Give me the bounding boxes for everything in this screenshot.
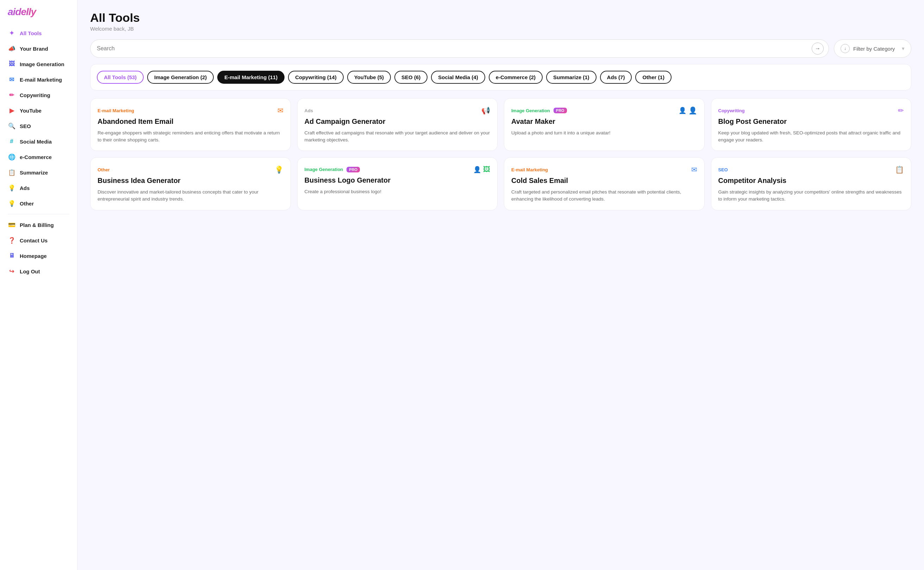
sidebar-label-other: Other: [20, 201, 34, 207]
sidebar-item-homepage[interactable]: 🖥 Homepage: [0, 248, 77, 264]
sidebar-item-youtube[interactable]: ▶ YouTube: [0, 103, 77, 118]
card-desc-ad-campaign-generator: Craft effective ad campaigns that resona…: [304, 129, 490, 144]
card-header: Image Generation PRO 👤 🖼: [304, 165, 490, 173]
card-header: Other 💡: [98, 165, 283, 174]
sidebar-label-summarize: Summarize: [20, 170, 48, 176]
search-filter-row: → ↓ Filter by Category ▾: [90, 40, 911, 58]
search-button[interactable]: →: [812, 43, 824, 55]
pill-youtube[interactable]: YouTube (5): [347, 71, 391, 84]
sidebar-item-your-brand[interactable]: 📣 Your Brand: [0, 41, 77, 56]
sidebar-label-social-media: Social Media: [20, 139, 52, 145]
sidebar-label-youtube: YouTube: [20, 108, 42, 113]
sidebar-item-seo[interactable]: 🔍 SEO: [0, 118, 77, 134]
card-icon-blog-post-generator: ✏: [898, 106, 904, 115]
card-desc-business-logo-generator: Create a professional business logo!: [304, 188, 490, 195]
card-desc-cold-sales-email: Craft targeted and personalized email pi…: [511, 188, 697, 203]
ecommerce-icon: 🌐: [8, 153, 15, 161]
tool-card-abandoned-item-email[interactable]: E-mail Marketing ✉ Abandoned Item Email …: [90, 98, 291, 151]
sidebar-label-copywriting: Copywriting: [20, 92, 50, 98]
copywriting-icon: ✏: [8, 91, 15, 99]
card-title-competitor-analysis: Competitor Analysis: [718, 177, 904, 185]
card-header: Image Generation PRO 👤 👤: [511, 106, 697, 115]
pill-copy[interactable]: Copywriting (14): [288, 71, 344, 84]
card-header: E-mail Marketing ✉: [511, 165, 697, 174]
all-tools-icon: ✦: [8, 29, 15, 37]
log-out-icon: ↪: [8, 267, 15, 275]
pill-other[interactable]: Other (1): [635, 71, 672, 84]
page-title: All Tools: [90, 11, 911, 24]
pill-ecommerce[interactable]: e-Commerce (2): [489, 71, 543, 84]
sidebar-item-summarize[interactable]: 📋 Summarize: [0, 165, 77, 180]
pill-ads[interactable]: Ads (7): [600, 71, 632, 84]
tool-card-business-idea-generator[interactable]: Other 💡 Business Idea Generator Discover…: [90, 157, 291, 210]
card-icon-abandoned-item-email: ✉: [277, 106, 283, 115]
card-title-ad-campaign-generator: Ad Campaign Generator: [304, 118, 490, 126]
card-icon-cold-sales-email: ✉: [691, 165, 697, 174]
search-input[interactable]: [97, 45, 812, 52]
ads-icon: 💡: [8, 184, 15, 192]
sidebar-item-all-tools[interactable]: ✦ All Tools: [0, 25, 77, 41]
card-desc-abandoned-item-email: Re-engage shoppers with strategic remind…: [98, 129, 283, 144]
card-icon-avatar-maker: 👤 👤: [678, 106, 697, 115]
card-desc-competitor-analysis: Gain strategic insights by analyzing you…: [718, 188, 904, 203]
pill-summarize[interactable]: Summarize (1): [546, 71, 597, 84]
filter-down-icon: ↓: [841, 44, 850, 53]
sidebar-label-log-out: Log Out: [20, 268, 40, 274]
pill-seo[interactable]: SEO (6): [394, 71, 427, 84]
filter-box[interactable]: ↓ Filter by Category ▾: [834, 40, 911, 58]
pro-badge: PRO: [346, 167, 360, 172]
pro-badge: PRO: [553, 108, 567, 113]
tool-card-ad-campaign-generator[interactable]: Ads 📢 Ad Campaign Generator Craft effect…: [297, 98, 498, 151]
card-header: E-mail Marketing ✉: [98, 106, 283, 115]
card-category-business-idea-generator: Other: [98, 167, 110, 172]
card-title-blog-post-generator: Blog Post Generator: [718, 118, 904, 126]
app-logo: aidelly: [0, 6, 77, 25]
filter-chevron-icon: ▾: [902, 45, 905, 52]
sidebar-label-seo: SEO: [20, 123, 31, 129]
summarize-icon: 📋: [8, 169, 15, 176]
card-title-abandoned-item-email: Abandoned Item Email: [98, 118, 283, 126]
sidebar-label-ecommerce: e-Commerce: [20, 154, 52, 160]
card-category-avatar-maker: Image Generation: [511, 108, 550, 113]
sidebar-item-contact-us[interactable]: ❓ Contact Us: [0, 233, 77, 248]
card-title-business-idea-generator: Business Idea Generator: [98, 177, 283, 185]
card-category-competitor-analysis: SEO: [718, 167, 728, 172]
pill-email[interactable]: E-mail Marketing (11): [217, 71, 284, 84]
plan-billing-icon: 💳: [8, 221, 15, 229]
pill-image[interactable]: Image Generation (2): [147, 71, 214, 84]
contact-us-icon: ❓: [8, 236, 15, 244]
sidebar: aidelly ✦ All Tools 📣 Your Brand 🖼 Image…: [0, 0, 77, 570]
sidebar-item-social-media[interactable]: # Social Media: [0, 134, 77, 149]
sidebar-item-plan-billing[interactable]: 💳 Plan & Billing: [0, 217, 77, 233]
tool-card-cold-sales-email[interactable]: E-mail Marketing ✉ Cold Sales Email Craf…: [504, 157, 705, 210]
sidebar-item-image-generation[interactable]: 🖼 Image Generation: [0, 56, 77, 72]
sidebar-item-ads[interactable]: 💡 Ads: [0, 180, 77, 196]
person-icon: 👤: [473, 166, 481, 173]
card-icon-business-idea-generator: 💡: [275, 165, 283, 174]
pill-social[interactable]: Social Media (4): [431, 71, 485, 84]
your-brand-icon: 📣: [8, 45, 15, 52]
tool-card-blog-post-generator[interactable]: Copywriting ✏ Blog Post Generator Keep y…: [711, 98, 912, 151]
card-desc-avatar-maker: Upload a photo and turn it into a unique…: [511, 129, 697, 136]
seo-icon: 🔍: [8, 122, 15, 130]
card-desc-business-idea-generator: Discover innovative and market-tailored …: [98, 188, 283, 203]
category-pills: All Tools (53)Image Generation (2)E-mail…: [90, 64, 911, 90]
card-title-business-logo-generator: Business Logo Generator: [304, 176, 490, 185]
tool-card-competitor-analysis[interactable]: SEO 📋 Competitor Analysis Gain strategic…: [711, 157, 912, 210]
sidebar-item-log-out[interactable]: ↪ Log Out: [0, 264, 77, 279]
card-icon-ad-campaign-generator: 📢: [481, 106, 490, 115]
search-box: →: [90, 40, 829, 58]
sidebar-item-email-marketing[interactable]: ✉ E-mail Marketing: [0, 72, 77, 87]
card-desc-blog-post-generator: Keep your blog updated with fresh, SEO-o…: [718, 129, 904, 144]
card-header: Ads 📢: [304, 106, 490, 115]
sidebar-label-homepage: Homepage: [20, 253, 47, 259]
tool-card-avatar-maker[interactable]: Image Generation PRO 👤 👤 Avatar Maker Up…: [504, 98, 705, 151]
pill-all[interactable]: All Tools (53): [97, 71, 144, 84]
sidebar-item-other[interactable]: 💡 Other: [0, 196, 77, 211]
sidebar-item-copywriting[interactable]: ✏ Copywriting: [0, 87, 77, 103]
sidebar-label-ads: Ads: [20, 185, 29, 191]
sidebar-item-ecommerce[interactable]: 🌐 e-Commerce: [0, 149, 77, 165]
youtube-icon: ▶: [8, 107, 15, 114]
page-subtitle: Welcome back, JB: [90, 26, 911, 32]
tool-card-business-logo-generator[interactable]: Image Generation PRO 👤 🖼 Business Logo G…: [297, 157, 498, 210]
